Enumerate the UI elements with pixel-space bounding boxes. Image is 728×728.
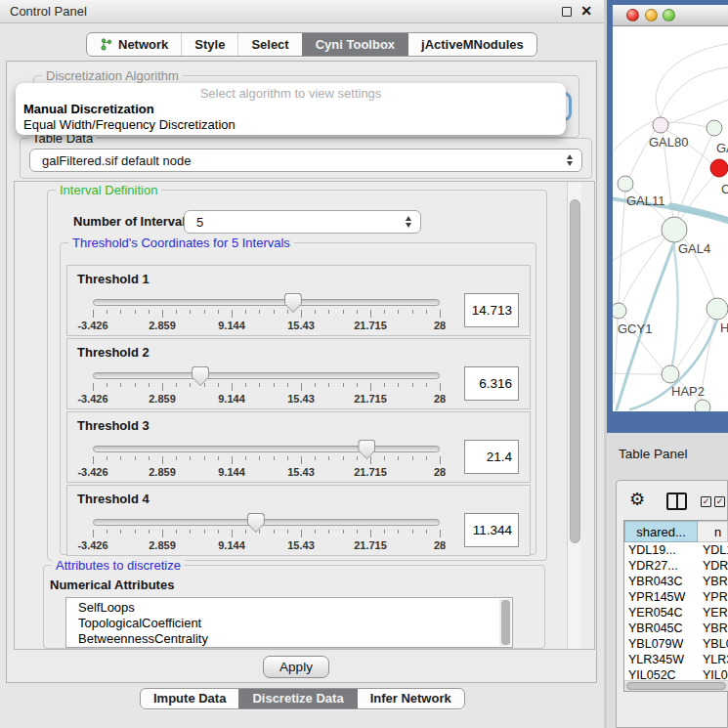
tick-mark — [93, 310, 94, 318]
threshold-value-field[interactable]: 11.344 — [464, 513, 519, 547]
list-scrollbar-thumb[interactable] — [501, 600, 510, 645]
slider-track[interactable] — [93, 299, 440, 306]
panel-scrollbar[interactable] — [567, 182, 581, 649]
zoom-traffic-light-icon[interactable] — [663, 9, 675, 21]
tab-jactivemnodules[interactable]: jActiveMNodules — [407, 33, 536, 56]
apply-button[interactable]: Apply — [263, 656, 329, 678]
algorithm-option-manual-discretization[interactable]: Manual Discretization — [16, 102, 566, 117]
network-node-ga[interactable] — [707, 120, 722, 136]
cell-name: YBR0 — [698, 621, 728, 636]
close-icon[interactable]: ✕ — [580, 3, 592, 19]
network-node-h[interactable] — [707, 298, 728, 320]
slider-tick-labels: -3.4262.8599.14415.4321.71528 — [93, 539, 440, 552]
column-header-name[interactable]: n — [698, 521, 728, 542]
tick-mark — [357, 383, 358, 387]
table-row[interactable]: YDL19...YDL1 — [624, 542, 728, 558]
table-horizontal-scrollbar[interactable] — [624, 680, 728, 691]
tick-mark — [328, 530, 329, 534]
threshold-value-field[interactable]: 6.316 — [464, 366, 519, 401]
tab-select[interactable]: Select — [237, 33, 301, 56]
tick-mark — [274, 383, 275, 387]
table-scrollbar-thumb[interactable] — [626, 682, 726, 690]
tab-network[interactable]: Network — [87, 33, 181, 56]
tab-impute-data[interactable]: Impute Data — [141, 689, 238, 708]
network-node-gcy1[interactable] — [613, 303, 626, 319]
network-node-c[interactable] — [710, 159, 728, 177]
cell-name: YDR2 — [698, 558, 728, 574]
tick-mark — [287, 530, 288, 534]
tick-label: 28 — [434, 466, 446, 478]
tick-mark — [107, 530, 107, 534]
tick-mark — [259, 530, 260, 534]
close-traffic-light-icon[interactable] — [626, 9, 639, 21]
tick-mark — [218, 456, 219, 460]
threshold-slider[interactable]: -3.4262.8599.14415.4321.71528 — [93, 513, 440, 556]
number-of-intervals-combo[interactable]: 5 — [184, 210, 421, 234]
tick-mark — [328, 383, 329, 387]
threshold-slider[interactable]: -3.4262.8599.14415.4321.71528 — [93, 293, 440, 336]
algorithm-option-equal-width-frequency-discretization[interactable]: Equal Width/Frequency Discretization — [16, 117, 566, 133]
attribute-item-betweennesscentrality[interactable]: BetweennessCentrality — [66, 631, 512, 647]
network-edge — [613, 121, 654, 151]
tab-label: Impute Data — [153, 689, 226, 708]
threshold-slider[interactable]: -3.4262.8599.14415.4321.71528 — [93, 440, 440, 483]
tick-mark — [245, 456, 246, 460]
column-header-shared-name[interactable]: shared... — [624, 521, 698, 542]
table-row[interactable]: YLR345WYLR3 — [624, 652, 728, 667]
table-row[interactable]: YDR27...YDR2 — [624, 558, 728, 574]
tick-mark — [190, 383, 191, 387]
threshold-value-field[interactable]: 21.4 — [464, 440, 519, 474]
threshold-slider[interactable]: -3.4262.8599.14415.4321.71528 — [93, 366, 440, 409]
tick-mark — [440, 383, 441, 391]
attribute-item-topologicalcoefficient[interactable]: TopologicalCoefficient — [66, 616, 512, 631]
node-label: GCY1 — [618, 321, 652, 336]
tick-mark — [245, 383, 246, 387]
numerical-attributes-list[interactable]: SelfLoopsTopologicalCoefficientBetweenne… — [65, 597, 513, 648]
table-row[interactable]: YBL079WYBL0 — [624, 636, 728, 652]
checkbox-icon[interactable]: ✓ — [701, 496, 711, 507]
network-edge — [619, 192, 625, 303]
slider-track[interactable] — [93, 519, 440, 526]
tick-mark — [370, 383, 371, 391]
gear-icon[interactable]: ⚙ — [629, 490, 645, 509]
tick-label: 9.144 — [218, 539, 245, 551]
table-row[interactable]: YBR045CYBR0 — [624, 621, 728, 636]
network-titlebar[interactable] — [613, 5, 728, 26]
settings-scroll-panel: Interval Definition Number of Intervals … — [14, 181, 595, 650]
columns-icon[interactable] — [666, 492, 687, 510]
network-node-gal11[interactable] — [618, 176, 633, 192]
tick-mark — [398, 456, 399, 460]
threshold-value-field[interactable]: 14.713 — [464, 293, 519, 327]
list-scrollbar[interactable] — [499, 599, 511, 646]
table-row[interactable]: YER054CYER0 — [624, 605, 728, 621]
panel-scrollbar-thumb[interactable] — [570, 199, 580, 543]
tick-label: 2.859 — [149, 539, 176, 551]
slider-track[interactable] — [93, 372, 440, 379]
table-row[interactable]: YBR043CYBR0 — [624, 574, 728, 589]
table-row[interactable]: YPR145WYPR1 — [624, 589, 728, 605]
attribute-item-selfloops[interactable]: SelfLoops — [66, 600, 512, 616]
float-window-icon[interactable] — [562, 7, 572, 17]
slider-track[interactable] — [93, 446, 440, 452]
tick-mark — [162, 310, 163, 318]
network-node-gal80[interactable] — [653, 117, 668, 133]
table-data-combo[interactable]: galFiltered.sif default node — [29, 149, 582, 172]
network-canvas[interactable]: GAL80GACGAL11GAL4GCY1HHAP2 — [613, 26, 728, 411]
network-node-hap2[interactable] — [662, 365, 679, 383]
node-label: GAL11 — [626, 193, 665, 208]
minimize-traffic-light-icon[interactable] — [645, 9, 658, 21]
tab-discretize-data[interactable]: Discretize Data — [238, 689, 356, 708]
thresholds-title: Threshold's Coordinates for 5 Intervals — [68, 236, 294, 250]
tab-style[interactable]: Style — [181, 33, 237, 56]
network-node-gal4[interactable] — [662, 217, 687, 242]
tick-mark — [343, 530, 344, 534]
tick-mark — [259, 383, 260, 387]
cyni-mode-tabs: Impute DataDiscretize DataInfer Network — [140, 688, 465, 709]
tab-infer-network[interactable]: Infer Network — [357, 689, 464, 708]
tick-mark — [343, 456, 344, 460]
table-panel-title: Table Panel — [619, 447, 688, 461]
checkbox-icon[interactable]: ✓ — [714, 496, 725, 507]
tab-cyni-toolbox[interactable]: Cyni Toolbox — [302, 33, 407, 56]
network-node[interactable] — [695, 400, 710, 411]
tick-mark — [176, 310, 177, 314]
